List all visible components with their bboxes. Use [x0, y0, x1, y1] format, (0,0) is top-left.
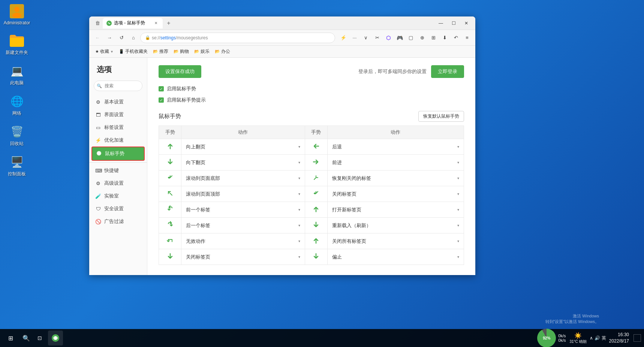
forward-button[interactable]: →: [104, 33, 115, 43]
start-button[interactable]: ⊞: [3, 331, 18, 346]
taskbar-clock[interactable]: 16:30 2022/8/17: [609, 332, 629, 344]
extension-game-icon[interactable]: 🎮: [394, 33, 405, 43]
sidebar-item-interface[interactable]: 🗔 界面设置: [89, 108, 147, 121]
translate-icon[interactable]: ⊕: [417, 33, 427, 43]
network-icon: 🌐: [9, 94, 24, 109]
sidebar-item-tabs[interactable]: ▭ 标签设置: [89, 121, 147, 134]
dropdown-arrow-icon[interactable]: ▾: [457, 223, 459, 227]
back-button[interactable]: ←: [92, 33, 103, 43]
address-input[interactable]: 🔒 se://settings/mousegestures: [140, 33, 335, 43]
sys-tray-icons[interactable]: ∧ 🔊 英: [590, 335, 606, 341]
dropdown-arrow-icon[interactable]: ▾: [298, 223, 300, 227]
tabs-settings-icon: ▭: [95, 125, 101, 130]
sidebar-item-basic[interactable]: ⚙ 基本设置: [89, 96, 147, 108]
sidebar-item-mouse-gesture[interactable]: 鼠标手势: [91, 147, 145, 161]
home-button[interactable]: ⌂: [128, 33, 139, 43]
sidebar-item-security[interactable]: 🛡 安全设置: [89, 202, 147, 215]
dropdown-arrow-icon[interactable]: ▾: [298, 145, 300, 149]
login-button[interactable]: 立即登录: [431, 65, 464, 78]
recommend-icon: 📂: [153, 49, 158, 54]
grid-icon[interactable]: ⊞: [428, 33, 439, 43]
gesture-cell-1: [159, 249, 181, 265]
sidebar-item-adblock[interactable]: 🚫 广告过滤: [89, 215, 147, 228]
new-tab-button[interactable]: +: [163, 18, 174, 28]
close-button[interactable]: ✕: [460, 18, 472, 28]
desktop-icon-computer[interactable]: 💻 此电脑: [4, 63, 30, 86]
minimize-button[interactable]: —: [435, 18, 447, 28]
table-header-row: 手势 动作 手势 动作: [159, 126, 464, 139]
taskbar-right: 92% 0k/s 0k/s ☀️ 31°C 晴朗 ∧ 🔊 英 16:30 202…: [537, 329, 641, 347]
refresh-button[interactable]: ↺: [116, 33, 127, 43]
browser-tab[interactable]: 选项 - 鼠标手势 ✕: [103, 18, 163, 28]
sidebar-item-optimize[interactable]: ⚡ 优化加速: [89, 134, 147, 147]
dropdown-arrow-icon[interactable]: ▾: [457, 239, 459, 243]
network-upload: 0k/s: [558, 334, 566, 338]
sidebar-item-lab[interactable]: 🧪 实验室: [89, 190, 147, 202]
action-cell-1: 无效动作 ▾: [181, 233, 305, 249]
bookmark-recommend[interactable]: 📂 推荐: [151, 48, 171, 55]
search-settings-wrap: 🔍: [94, 81, 142, 91]
browser-content: 选项 🔍 ⚙ 基本设置 🗔 界面设置 ▭ 标签设置: [89, 58, 475, 275]
desktop-icon-network[interactable]: 🌐 网络: [4, 94, 30, 117]
dropdown-arrow-icon[interactable]: ▾: [457, 255, 459, 259]
dropdown-arrow-icon[interactable]: ▾: [298, 160, 300, 165]
mobile-icon: 📱: [119, 49, 124, 54]
dropdown-arrow-icon[interactable]: ▾: [298, 176, 300, 180]
lock-icon: 🔒: [145, 35, 150, 40]
extension-square-icon[interactable]: ▢: [406, 33, 416, 43]
sidebar-item-advanced[interactable]: ⚙ 高级设置: [89, 177, 147, 190]
gesture-cell-2: [305, 171, 327, 186]
download-icon[interactable]: ⬇: [439, 33, 450, 43]
dropdown-arrow-icon[interactable]: ▾: [298, 255, 300, 259]
more-icon[interactable]: ···: [349, 33, 360, 43]
save-success-button[interactable]: 设置保存成功: [159, 65, 201, 78]
admin-label: Administrator: [4, 20, 30, 25]
settings-header: 设置保存成功 登录后，即可多端同步你的设置 立即登录: [159, 65, 464, 78]
shortcuts-label: 快捷键: [104, 167, 119, 174]
show-desktop-button[interactable]: [634, 334, 641, 342]
taskbar-browser-button[interactable]: [48, 331, 63, 346]
action-cell-1: 向上翻页 ▾: [181, 139, 305, 155]
table-row: 向下翻页 ▾ 前进 ▾: [159, 155, 464, 171]
dropdown-arrow-icon[interactable]: ▾: [457, 192, 459, 196]
dropdown-arrow-icon[interactable]: ▾: [457, 160, 459, 165]
lightning-icon[interactable]: ⚡: [338, 33, 349, 43]
dropdown-arrow-icon[interactable]: ▾: [298, 192, 300, 196]
gesture-cell-2: [305, 218, 327, 233]
sidebar-divider: [89, 162, 147, 163]
dropdown-arrow-icon[interactable]: ▾: [457, 176, 459, 180]
action-cell-1: 滚动到页面底部 ▾: [181, 171, 305, 186]
cut-icon[interactable]: ✂: [372, 33, 382, 43]
dropdown-arrow-icon[interactable]: ▾: [298, 239, 300, 243]
tab-close-button[interactable]: ✕: [153, 20, 159, 26]
checkbox-gesture-hint-label: 启用鼠标手势提示: [167, 97, 206, 103]
history-icon[interactable]: ↶: [451, 33, 461, 43]
dropdown-icon[interactable]: ∨: [361, 33, 371, 43]
action-cell-2: 前进 ▾: [327, 155, 464, 171]
checkbox-gesture-hint-input[interactable]: ✓: [159, 97, 164, 103]
desktop-icon-folder[interactable]: 新建文件夹: [4, 33, 30, 56]
desktop-icon-control[interactable]: 🖥️ 控制面板: [4, 154, 30, 177]
dropdown-arrow-icon[interactable]: ▾: [298, 208, 300, 212]
desktop-icon-recycle[interactable]: 🗑️ 回收站: [4, 124, 30, 147]
bookmark-mobile[interactable]: 📱 手机收藏夹: [117, 48, 150, 55]
bookmark-entertainment[interactable]: 📂 娱乐: [192, 48, 212, 55]
restore-default-button[interactable]: 恢复默认鼠标手势: [418, 111, 464, 122]
bookmark-favorites[interactable]: ★ 收藏 ▼: [93, 48, 116, 55]
bookmark-shopping[interactable]: 📂 购物: [171, 48, 191, 55]
extension-purple-icon[interactable]: ⬡: [383, 33, 394, 43]
dropdown-arrow-icon[interactable]: ▾: [457, 208, 459, 212]
folder-label: 新建文件夹: [6, 49, 28, 56]
task-view-button[interactable]: ⊡: [33, 331, 46, 345]
desktop-icon-admin[interactable]: Administrator: [4, 4, 30, 25]
sidebar-item-shortcuts[interactable]: ⌨ 快捷键: [89, 164, 147, 177]
svg-point-1: [14, 7, 19, 12]
taskbar-search-button[interactable]: 🔍: [19, 331, 33, 345]
dropdown-arrow-icon[interactable]: ▾: [457, 145, 459, 149]
maximize-button[interactable]: ☐: [448, 18, 460, 28]
bookmark-office[interactable]: 📂 办公: [213, 48, 232, 55]
trash-icon[interactable]: 🗑: [92, 18, 103, 28]
checkbox-enable-gesture-input[interactable]: ✓: [159, 86, 164, 91]
action-cell-2: 恢复刚关闭的标签 ▾: [327, 171, 464, 186]
menu-icon[interactable]: ≡: [462, 33, 472, 43]
